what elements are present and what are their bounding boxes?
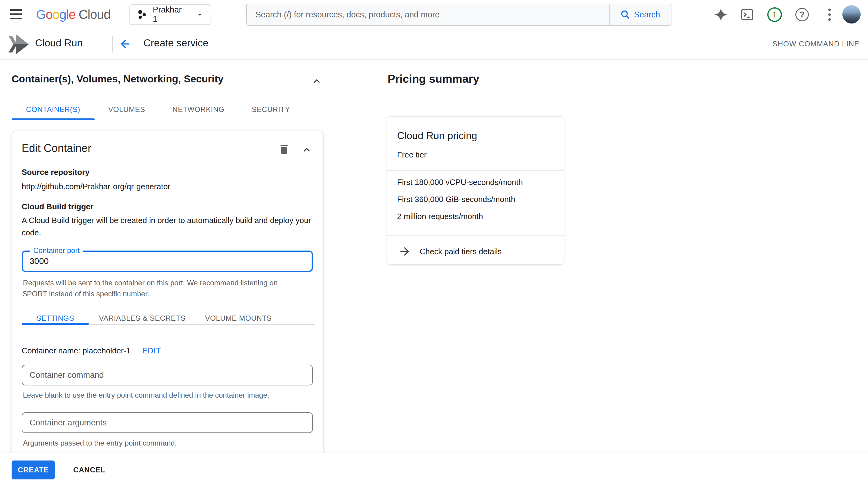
page-title: Create service [144,37,209,49]
breadcrumb-bar: Cloud Run Create service SHOW COMMAND LI… [0,29,868,60]
help-button[interactable]: ? [795,7,809,22]
create-button[interactable]: CREATE [11,460,55,479]
arrow-back-icon [119,37,131,50]
user-avatar[interactable] [842,5,861,24]
card-title: Edit Container [22,142,91,155]
search-input[interactable] [247,4,609,25]
container-arguments-input[interactable] [22,413,312,432]
free-tier-item: First 180,000 vCPU-seconds/month [397,178,523,187]
container-command-field [22,365,313,385]
inner-active-tab-indicator [22,323,89,325]
container-arguments-helper: Arguments passed to the entry point comm… [23,438,177,449]
notifications-button[interactable]: 1 [767,7,782,22]
container-port-field: Container port [22,251,313,272]
logo-letter: g [59,7,66,22]
cloud-build-trigger-description: A Cloud Build trigger will be created in… [22,214,314,239]
free-tier-item: 2 million requests/month [397,212,483,221]
edit-container-name-link[interactable]: EDIT [142,346,161,356]
container-command-input[interactable] [22,365,312,385]
card-collapse-button[interactable] [300,142,314,157]
container-port-label: Container port [30,246,83,255]
logo-letter: l [66,7,69,22]
source-repository-value: http://github.com/Prakhar-org/qr-generat… [22,180,170,193]
divider [387,170,564,171]
cloud-build-trigger-label: Cloud Build trigger [22,202,93,212]
project-name: Prakhar 1 [153,5,187,24]
google-cloud-logo: G o o g l e Cloud [36,7,111,23]
trash-icon [278,143,290,155]
tab-volumes[interactable]: VOLUMES [101,101,153,119]
gemini-sparkle-icon [714,8,727,21]
source-repository-label: Source repository [22,167,90,177]
tab-containers[interactable]: CONTAINER(S) [11,101,95,119]
project-selector[interactable]: Prakhar 1 [129,4,211,25]
help-icon: ? [795,8,809,21]
active-tab-indicator [11,119,95,120]
free-tier-label: Free tier [397,150,427,160]
project-hexagons-icon [137,9,147,20]
logo-cloud-text: Cloud [79,7,111,22]
cloud-run-icon [8,34,31,56]
container-command-helper: Leave blank to use the entry point comma… [23,390,269,401]
chevron-up-icon [301,144,313,156]
footer-action-bar: CREATE CANCEL [0,453,868,484]
logo-letter: G [36,7,46,22]
delete-container-button[interactable] [277,142,291,157]
search-icon [620,10,630,20]
tab-networking[interactable]: NETWORKING [165,101,232,119]
hamburger-menu-icon[interactable] [8,7,24,22]
container-port-helper: Requests will be sent to the container o… [23,278,285,299]
cancel-button[interactable]: CANCEL [66,460,113,479]
arrow-right-icon [398,245,411,258]
logo-letter: o [53,7,59,22]
search-button[interactable]: Search [609,4,671,25]
back-button[interactable] [118,37,132,51]
breadcrumb-product[interactable]: Cloud Run [35,37,83,49]
pricing-summary-heading: Pricing summary [388,73,479,86]
container-name-label: Container name: placeholder-1 [22,345,131,357]
container-arguments-field [22,412,313,433]
top-app-bar: G o o g l e Cloud Prakhar 1 [0,0,868,30]
check-paid-tiers-label: Check paid tiers details [420,247,502,256]
container-name-row: Container name: placeholder-1 EDIT [22,345,161,357]
cloud-console-page: G o o g l e Cloud Prakhar 1 [0,0,868,484]
divider [387,235,564,235]
logo-letter: e [69,7,75,22]
edit-container-card: Edit Container Source repository http://… [11,131,323,453]
breadcrumb-divider [112,36,113,53]
more-options-button[interactable] [822,7,837,22]
pricing-card: Cloud Run pricing Free tier First 180,00… [387,116,564,265]
pricing-card-title: Cloud Run pricing [397,130,477,141]
cloud-shell-icon [740,8,754,22]
logo-letter: o [46,7,53,22]
chevron-up-icon [311,75,323,87]
cloud-shell-button[interactable] [740,7,754,22]
free-tier-item: First 360,000 GiB-seconds/month [397,195,515,204]
notification-count: 1 [772,10,777,20]
check-paid-tiers-link[interactable]: Check paid tiers details [387,239,564,264]
gemini-button[interactable] [714,7,728,22]
global-search-bar: Search [246,4,672,26]
chevron-down-icon [196,10,204,19]
show-command-line-button[interactable]: SHOW COMMAND LINE [772,40,860,48]
section-collapse-button[interactable] [311,75,323,89]
section-heading: Container(s), Volumes, Networking, Secur… [11,73,223,85]
tab-security[interactable]: SECURITY [244,101,298,119]
kebab-menu-icon [828,8,831,21]
search-button-label: Search [634,10,660,20]
notification-count-badge: 1 [767,7,782,22]
